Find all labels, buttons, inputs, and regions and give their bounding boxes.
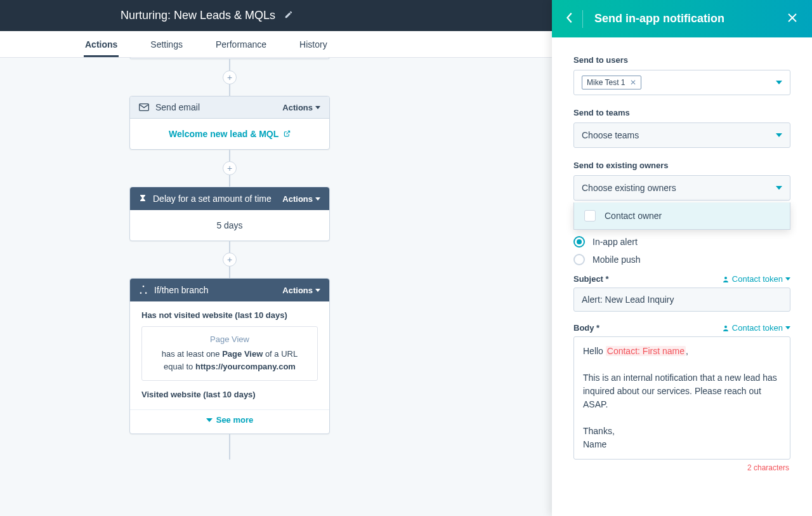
caret-down-icon (776, 81, 782, 84)
owners-dropdown: Contact owner (573, 202, 790, 230)
caret-down-icon (776, 133, 782, 137)
body-token-chip: Contact: First name (606, 346, 686, 356)
card-delay-actions[interactable]: Actions (282, 194, 320, 204)
caret-down-icon (776, 186, 782, 190)
branch-icon (139, 286, 148, 294)
remove-chip-icon[interactable]: ✕ (630, 78, 636, 87)
radio-icon (573, 254, 585, 265)
branch-condition-2-title: Visited website (last 10 days) (141, 390, 318, 399)
email-icon (139, 103, 149, 111)
side-panel: Send in-app notification Send to users M… (552, 0, 812, 516)
email-link[interactable]: Welcome new lead & MQL (169, 129, 291, 139)
checkbox-icon[interactable] (584, 210, 596, 222)
card-send-email-actions[interactable]: Actions (282, 103, 320, 112)
add-step-button-1[interactable]: + (223, 70, 237, 84)
back-button[interactable] (566, 12, 573, 26)
owners-option-contact-owner[interactable]: Contact owner (574, 202, 790, 229)
hourglass-icon (139, 194, 147, 203)
see-more-button[interactable]: See more (130, 410, 329, 433)
tab-performance[interactable]: Performance (199, 31, 283, 57)
send-to-teams-label: Send to teams (573, 108, 790, 117)
branch-condition-1-box: Page View has at least one Page View of … (141, 326, 318, 381)
external-link-icon (284, 131, 291, 138)
tab-actions[interactable]: Actions (69, 31, 134, 57)
body-editor[interactable]: Hello Contact: First name, This is an in… (573, 336, 790, 460)
delay-value: 5 days (216, 220, 242, 230)
card-send-email-header: Send email Actions (130, 96, 329, 119)
chevron-down-icon (206, 418, 213, 422)
send-to-teams-select[interactable]: Choose teams (573, 122, 790, 148)
subject-input[interactable] (573, 288, 790, 312)
card-delay-title: Delay for a set amount of time (153, 194, 272, 204)
user-chip: Mike Test 1 ✕ (582, 76, 641, 89)
card-branch-title: If/then branch (154, 285, 209, 295)
add-step-button-3[interactable]: + (223, 253, 237, 267)
page-view-criteria: has at least one Page View of a URL equa… (151, 348, 308, 373)
workflow-title: Nurturing: New Leads & MQLs (121, 9, 275, 22)
card-branch-header: If/then branch Actions (130, 279, 329, 301)
svg-point-2 (724, 326, 727, 328)
branch-condition-1-title: Has not visited website (last 10 days) (141, 310, 318, 320)
panel-header: Send in-app notification (552, 0, 812, 37)
person-icon (722, 324, 730, 332)
card-send-email-title: Send email (155, 102, 200, 112)
workflow-canvas[interactable]: + Send email Actions Welcome new lead & … (0, 58, 552, 516)
card-delay-header: Delay for a set amount of time Actions (130, 187, 329, 210)
send-to-users-select[interactable]: Mike Test 1 ✕ (573, 70, 790, 95)
person-icon (722, 275, 730, 283)
close-button[interactable] (787, 11, 798, 27)
card-branch[interactable]: If/then branch Actions Has not visited w… (129, 278, 330, 434)
card-send-email[interactable]: Send email Actions Welcome new lead & MQ… (129, 96, 330, 150)
send-to-users-label: Send to users (573, 55, 790, 65)
character-count: 2 characters (573, 463, 790, 472)
radio-in-app-alert[interactable]: In-app alert (573, 236, 790, 248)
send-to-owners-select[interactable]: Choose existing owners (573, 175, 790, 201)
body-contact-token[interactable]: Contact token (722, 323, 790, 333)
tab-settings[interactable]: Settings (134, 31, 199, 57)
add-step-button-2[interactable]: + (223, 161, 237, 175)
tab-history[interactable]: History (283, 31, 344, 57)
edit-title-icon[interactable] (284, 10, 293, 22)
card-branch-actions[interactable]: Actions (282, 286, 320, 295)
card-delay[interactable]: Delay for a set amount of time Actions 5… (129, 187, 330, 241)
subject-label: Subject * (573, 274, 609, 284)
panel-title: Send in-app notification (594, 12, 787, 25)
body-label: Body * (573, 323, 599, 333)
svg-point-1 (724, 277, 727, 279)
radio-mobile-push[interactable]: Mobile push (573, 254, 790, 265)
subject-contact-token[interactable]: Contact token (722, 274, 790, 284)
radio-icon-checked (573, 236, 585, 248)
page-view-label: Page View (151, 334, 308, 344)
send-to-owners-label: Send to existing owners (573, 161, 790, 170)
